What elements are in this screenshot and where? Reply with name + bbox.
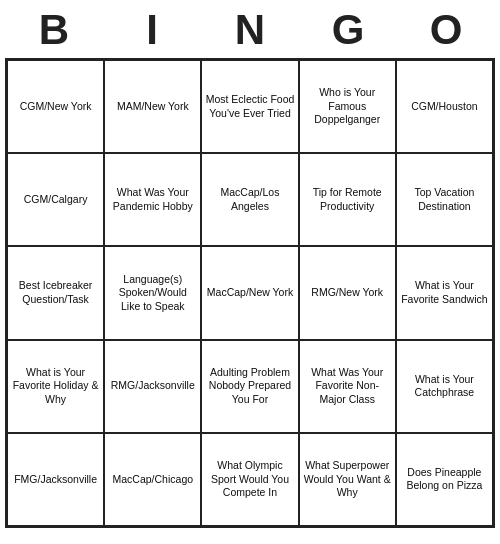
bingo-cell-r0-c4: CGM/Houston xyxy=(396,60,493,153)
bingo-cell-r2-c3: RMG/New York xyxy=(299,246,396,339)
bingo-cell-r0-c1: MAM/New York xyxy=(104,60,201,153)
bingo-letter-b: B xyxy=(15,6,93,54)
bingo-cell-r4-c3: What Superpower Would You Want & Why xyxy=(299,433,396,526)
bingo-cell-r2-c4: What is Your Favorite Sandwich xyxy=(396,246,493,339)
bingo-cell-r3-c1: RMG/Jacksonville xyxy=(104,340,201,433)
bingo-header: BINGO xyxy=(5,0,495,58)
bingo-cell-r4-c0: FMG/Jacksonville xyxy=(7,433,104,526)
bingo-cell-r1-c3: Tip for Remote Productivity xyxy=(299,153,396,246)
bingo-cell-r1-c1: What Was Your Pandemic Hobby xyxy=(104,153,201,246)
bingo-cell-r1-c0: CGM/Calgary xyxy=(7,153,104,246)
bingo-cell-r3-c3: What Was Your Favorite Non-Major Class xyxy=(299,340,396,433)
bingo-grid: CGM/New YorkMAM/New YorkMost Eclectic Fo… xyxy=(5,58,495,528)
bingo-cell-r0-c2: Most Eclectic Food You've Ever Tried xyxy=(201,60,298,153)
bingo-cell-r0-c0: CGM/New York xyxy=(7,60,104,153)
bingo-cell-r4-c2: What Olympic Sport Would You Compete In xyxy=(201,433,298,526)
bingo-board: CGM/New YorkMAM/New YorkMost Eclectic Fo… xyxy=(5,58,495,528)
bingo-cell-r3-c2: Adulting Problem Nobody Prepared You For xyxy=(201,340,298,433)
bingo-cell-r2-c2: MacCap/New York xyxy=(201,246,298,339)
bingo-letter-o: O xyxy=(407,6,485,54)
bingo-cell-r4-c4: Does Pineapple Belong on Pizza xyxy=(396,433,493,526)
bingo-cell-r2-c0: Best Icebreaker Question/Task xyxy=(7,246,104,339)
bingo-cell-r2-c1: Language(s) Spoken/Would Like to Speak xyxy=(104,246,201,339)
bingo-cell-r3-c4: What is Your Catchphrase xyxy=(396,340,493,433)
bingo-letter-i: I xyxy=(113,6,191,54)
bingo-cell-r0-c3: Who is Your Famous Doppelganger xyxy=(299,60,396,153)
bingo-letter-g: G xyxy=(309,6,387,54)
bingo-cell-r1-c4: Top Vacation Destination xyxy=(396,153,493,246)
bingo-cell-r3-c0: What is Your Favorite Holiday & Why xyxy=(7,340,104,433)
bingo-cell-r1-c2: MacCap/Los Angeles xyxy=(201,153,298,246)
bingo-letter-n: N xyxy=(211,6,289,54)
bingo-cell-r4-c1: MacCap/Chicago xyxy=(104,433,201,526)
